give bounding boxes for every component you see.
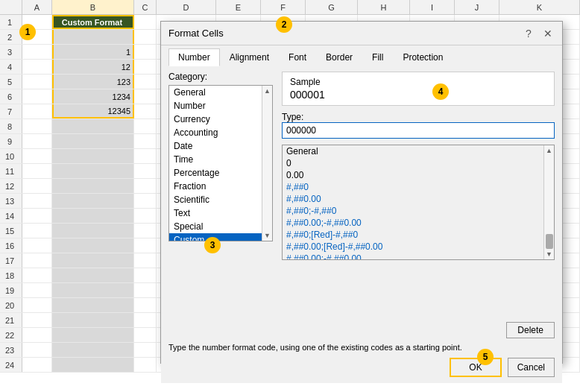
row-header-3: 3 — [0, 45, 22, 59]
cell-c6[interactable] — [134, 89, 157, 104]
dialog-tabs: Number Alignment Font Border Fill Protec… — [161, 45, 562, 66]
col-header-e[interactable]: E — [216, 0, 261, 14]
format-list-container: General 0 0.00 #,##0 #,##0.00 #,##0;-#,#… — [282, 145, 555, 260]
tab-alignment[interactable]: Alignment — [220, 48, 279, 66]
tab-protection[interactable]: Protection — [393, 48, 453, 66]
dialog-title-bar: Format Cells ? ✕ — [161, 22, 562, 45]
category-currency[interactable]: Currency — [169, 113, 262, 126]
category-list[interactable]: General Number Currency Accounting Date … — [169, 86, 262, 241]
cell-b3[interactable]: 1 — [52, 45, 134, 59]
category-fraction[interactable]: Fraction — [169, 180, 262, 193]
category-section: Category: General Number Currency Accoun… — [168, 72, 273, 313]
cancel-button[interactable]: Cancel — [508, 358, 555, 377]
cell-c3[interactable] — [134, 45, 157, 59]
cell-c2[interactable] — [134, 30, 157, 44]
format-item-hash0-red[interactable]: #,##0;[Red]-#,##0 — [283, 229, 543, 241]
cell-a6[interactable] — [22, 89, 52, 104]
category-accounting[interactable]: Accounting — [169, 126, 262, 139]
badge-1: 1 — [19, 24, 36, 40]
category-list-container: General Number Currency Accounting Date … — [168, 85, 273, 241]
delete-button[interactable]: Delete — [506, 322, 555, 338]
tab-fill[interactable]: Fill — [362, 48, 393, 66]
col-header-h[interactable]: H — [358, 0, 410, 14]
row-header-5: 5 — [0, 75, 22, 89]
ok-cancel-row: OK Cancel — [168, 358, 555, 377]
format-item-general[interactable]: General — [283, 145, 543, 157]
category-general[interactable]: General — [169, 86, 262, 99]
category-time[interactable]: Time — [169, 153, 262, 166]
col-header-c[interactable]: C — [134, 0, 157, 14]
cell-a7[interactable] — [22, 104, 52, 118]
format-list[interactable]: General 0 0.00 #,##0 #,##0.00 #,##0;-#,#… — [283, 145, 543, 259]
type-section: Type: — [282, 112, 555, 139]
cell-a4[interactable] — [22, 60, 52, 74]
cell-b5[interactable]: 123 — [52, 75, 134, 89]
col-headers: A B C D E F G H I J K — [0, 0, 580, 15]
col-header-f[interactable]: F — [261, 0, 306, 14]
col-header-g[interactable]: G — [306, 0, 358, 14]
category-number[interactable]: Number — [169, 99, 262, 113]
cell-b4[interactable]: 12 — [52, 60, 134, 74]
close-button[interactable]: ✕ — [541, 27, 555, 40]
category-scientific[interactable]: Scientific — [169, 193, 262, 206]
category-text[interactable]: Text — [169, 206, 262, 220]
type-input[interactable] — [282, 122, 555, 139]
help-button[interactable]: ? — [522, 27, 535, 40]
format-item-hash0.00-neg[interactable]: #,##0.00;-#,##0.00 — [283, 217, 543, 229]
col-header-a[interactable]: A — [22, 0, 52, 14]
tab-border[interactable]: Border — [316, 48, 362, 66]
cell-c5[interactable] — [134, 75, 157, 89]
dialog-body: Category: General Number Currency Accoun… — [161, 66, 562, 383]
dialog-controls: ? ✕ — [522, 27, 555, 40]
cell-c1[interactable] — [134, 15, 157, 29]
category-percentage[interactable]: Percentage — [169, 166, 262, 180]
format-item-hash0[interactable]: #,##0 — [283, 181, 543, 193]
sample-value: 000001 — [290, 89, 546, 101]
cell-b1[interactable]: Custom Format — [52, 15, 134, 29]
format-item-hash0-neg[interactable]: #,##0;-#,##0 — [283, 205, 543, 217]
category-scrollbar[interactable]: ▲ ▼ — [262, 86, 272, 241]
format-item-hash0.00[interactable]: #,##0.00 — [283, 193, 543, 205]
format-item-0.00[interactable]: 0.00 — [283, 169, 543, 181]
cell-b6[interactable]: 1234 — [52, 89, 134, 104]
col-header-k[interactable]: K — [499, 0, 580, 14]
badge-5: 5 — [477, 349, 494, 365]
ok-button[interactable]: OK — [450, 358, 501, 377]
col-header-i[interactable]: I — [410, 0, 455, 14]
badge-4: 4 — [432, 83, 449, 100]
format-cells-dialog: Format Cells ? ✕ Number Alignment Font B… — [160, 21, 563, 364]
col-header-j[interactable]: J — [455, 0, 499, 14]
format-item-0[interactable]: 0 — [283, 157, 543, 169]
tab-font[interactable]: Font — [279, 48, 316, 66]
right-panel: Sample 000001 Type: General 0 0.00 #,##0… — [282, 72, 555, 313]
cell-c4[interactable] — [134, 60, 157, 74]
category-special[interactable]: Special — [169, 220, 262, 233]
format-item-hash0.00-red[interactable]: #,##0.00;[Red]-#,##0.00 — [283, 241, 543, 253]
row-header-7: 7 — [0, 104, 22, 118]
dialog-footer: Delete Type the number format code, usin… — [161, 319, 562, 383]
hint-text: Type the number format code, using one o… — [168, 343, 555, 352]
category-label: Category: — [168, 72, 273, 82]
row-header-1: 1 — [0, 15, 22, 29]
sample-label: Sample — [290, 77, 546, 87]
row-header-6: 6 — [0, 89, 22, 104]
cell-a3[interactable] — [22, 45, 52, 59]
cell-a5[interactable] — [22, 75, 52, 89]
format-scrollbar[interactable]: ▲ ▼ — [543, 145, 554, 259]
type-label: Type: — [282, 112, 555, 122]
row-header-4: 4 — [0, 60, 22, 74]
sample-section: Sample 000001 — [282, 72, 555, 106]
category-date[interactable]: Date — [169, 139, 262, 153]
cell-b7[interactable]: 12345 — [52, 104, 134, 118]
format-item-hash0.00-neg2[interactable]: #,##0.00;-# ##0.00 — [283, 253, 543, 259]
cell-c7[interactable] — [134, 104, 157, 118]
number-tab-panel: Category: General Number Currency Accoun… — [161, 66, 562, 319]
col-header-b[interactable]: B — [52, 0, 134, 14]
badge-2: 2 — [276, 16, 292, 33]
delete-row: Delete — [168, 322, 555, 338]
dialog-title: Format Cells — [168, 28, 224, 39]
badge-3: 3 — [204, 237, 221, 253]
col-header-d[interactable]: D — [157, 0, 216, 14]
tab-number[interactable]: Number — [168, 48, 220, 66]
cell-b2[interactable] — [52, 30, 134, 44]
